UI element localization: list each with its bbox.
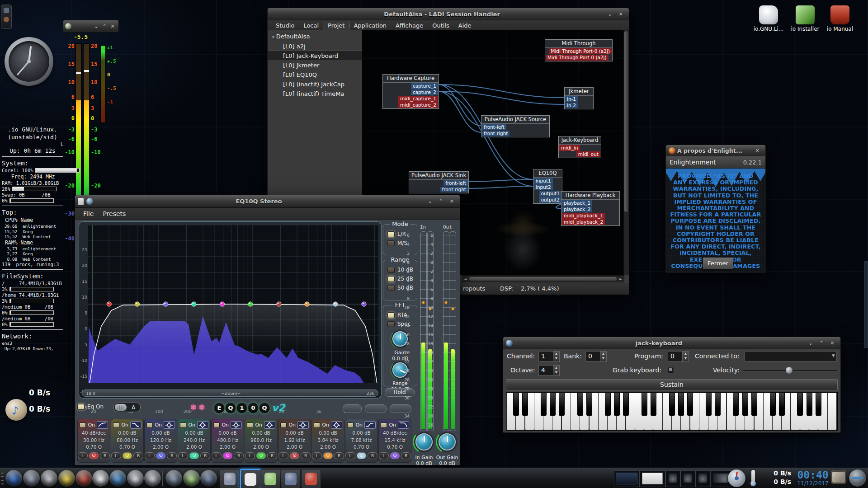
- eq10q-titlebar[interactable]: EQ10Q Stereo ⌄ ⌃ ✕: [75, 195, 460, 208]
- filter-type-ls-icon[interactable]: [130, 421, 142, 429]
- unshade-icon[interactable]: ⌃: [100, 23, 108, 29]
- piano-key-black[interactable]: [816, 393, 821, 416]
- port-audio[interactable]: front-right: [440, 187, 468, 192]
- piano-key-black[interactable]: [541, 393, 547, 416]
- band-freq[interactable]: 120.0 Hz: [145, 437, 177, 444]
- piano-key-black[interactable]: [751, 393, 757, 416]
- launcher-smiley-icon[interactable]: [144, 470, 161, 487]
- port-audio[interactable]: output2: [539, 197, 561, 203]
- menu-file[interactable]: File: [79, 209, 98, 218]
- band-q[interactable]: 2.00 Q: [178, 444, 210, 451]
- piano-key-black[interactable]: [742, 393, 748, 416]
- taskbar-clock[interactable]: 00:40: [797, 469, 829, 481]
- checkbox[interactable]: [387, 231, 395, 237]
- ladi-titlebar[interactable]: DefaultAlsa - LADI Session Handler ⌄ ✕: [268, 8, 629, 20]
- pager-desktop[interactable]: [665, 470, 680, 487]
- piano-key-black[interactable]: [586, 393, 592, 416]
- about-titlebar[interactable]: À propos d'Enlight... ✕: [666, 145, 765, 157]
- band-gain[interactable]: 40 dB/dec: [379, 430, 411, 437]
- band-right-button[interactable]: R: [301, 452, 311, 459]
- eq-band-handle[interactable]: [163, 302, 168, 306]
- meter-titlebar[interactable]: ⌄ ⌃ ✕: [63, 20, 119, 33]
- velocity-thumb[interactable]: [786, 367, 793, 374]
- eq-band-handle[interactable]: [191, 302, 196, 306]
- piano-key-black[interactable]: [779, 393, 785, 416]
- ibar-tile-jug[interactable]: [240, 469, 261, 488]
- band-stereo-button[interactable]: ⊙: [390, 452, 400, 459]
- piano-key-black[interactable]: [550, 393, 556, 416]
- octave-stepper[interactable]: ▲▼: [553, 365, 560, 376]
- mode-option[interactable]: M/S: [387, 240, 417, 246]
- shade-icon[interactable]: ⌄: [604, 11, 615, 17]
- tree-item[interactable]: [L0] a2j: [268, 42, 362, 51]
- band-gain[interactable]: 0.00 dB: [145, 430, 177, 437]
- scroll-right-icon[interactable]: ►: [618, 277, 624, 281]
- band-left-button[interactable]: L: [278, 452, 288, 459]
- launcher-media-film-icon[interactable]: [109, 470, 126, 487]
- gadget-egg-icon[interactable]: [183, 470, 200, 487]
- band-q[interactable]: 2.00 Q: [312, 444, 344, 451]
- fft-range-knob[interactable]: [392, 362, 408, 378]
- band-gain[interactable]: 0.00 dB: [212, 430, 244, 437]
- band-right-button[interactable]: R: [133, 452, 143, 459]
- grab-keyboard-checkbox[interactable]: [668, 367, 674, 373]
- band-stereo-button[interactable]: ⊙: [290, 452, 300, 459]
- launcher-tools-rocket-icon[interactable]: [75, 470, 92, 487]
- band-left-button[interactable]: L: [212, 452, 222, 459]
- eq-band-handle[interactable]: [135, 302, 139, 306]
- piano-key-black[interactable]: [807, 393, 812, 416]
- band-right-button[interactable]: R: [368, 452, 377, 459]
- ibar-tile-egg[interactable]: [260, 469, 280, 488]
- range-option[interactable]: 10 dB: [387, 267, 417, 273]
- band-freq[interactable]: 30.00 Hz: [78, 437, 110, 444]
- band-freq[interactable]: 15.4 kHz: [379, 437, 411, 444]
- tree-root[interactable]: ▾ DefaultAlsa: [268, 30, 362, 42]
- filter-type-pk-icon[interactable]: [197, 421, 208, 429]
- eq-on-checkbox[interactable]: [77, 404, 85, 410]
- band-right-button[interactable]: R: [334, 452, 344, 459]
- menu-outils[interactable]: Outils: [428, 21, 454, 30]
- band-freq[interactable]: 60.00 Hz: [111, 437, 143, 444]
- band-left-button[interactable]: L: [379, 452, 389, 459]
- menu-local[interactable]: Local: [299, 21, 323, 30]
- port-midi[interactable]: midi_out: [576, 151, 600, 157]
- piano-key-black[interactable]: [687, 393, 693, 416]
- tree-item[interactable]: [L0] Jkmeter: [268, 61, 362, 70]
- piano-key-black[interactable]: [642, 393, 647, 416]
- piano-key-black[interactable]: [605, 393, 611, 416]
- save-button[interactable]: [390, 404, 411, 413]
- band-stereo-button[interactable]: ⊙: [223, 452, 233, 459]
- band-left-button[interactable]: L: [245, 452, 255, 459]
- range-option[interactable]: 50 dB: [387, 285, 417, 291]
- band-right-button[interactable]: R: [200, 452, 210, 459]
- piano-key-black[interactable]: [522, 393, 528, 416]
- band-q[interactable]: 0.70 Q: [78, 444, 110, 451]
- menu-projet[interactable]: Projet: [323, 21, 349, 30]
- eq-on-toggle[interactable]: Eq On: [77, 404, 104, 410]
- band-q[interactable]: 0.70 Q: [379, 444, 411, 451]
- port-audio[interactable]: in-2: [565, 103, 578, 108]
- band-q[interactable]: 2.00 Q: [245, 444, 277, 451]
- hold-button[interactable]: Hold: [385, 388, 415, 397]
- patchbay-node[interactable]: Midi ThroughMidi Through Port-0 (a2j)Mid…: [545, 39, 613, 61]
- gadget-ibar-window-icon[interactable]: [200, 470, 217, 487]
- piano-key-white[interactable]: [827, 393, 837, 430]
- checkbox[interactable]: [387, 312, 395, 318]
- patchbay-node[interactable]: Hardware Capturecapture_1capture_2midi_c…: [382, 74, 439, 109]
- piano-key-black[interactable]: [669, 393, 675, 416]
- piano-key-black[interactable]: [797, 393, 803, 416]
- tree-item[interactable]: [L0] EQ10Q: [268, 70, 362, 80]
- port-midi[interactable]: midi_capture_2: [398, 102, 438, 108]
- taskbar-date[interactable]: 11/12/2017: [797, 480, 829, 487]
- band-q[interactable]: 2.00 Q: [145, 444, 177, 451]
- menu-studio[interactable]: Studio: [271, 21, 299, 30]
- band-freq[interactable]: 1.92 kHz: [278, 437, 311, 444]
- eq-band-handle[interactable]: [248, 302, 253, 306]
- piano-key-black[interactable]: [614, 393, 620, 416]
- band-left-button[interactable]: L: [178, 452, 188, 459]
- canvas-hscrollbar[interactable]: ◄ ►: [462, 275, 624, 282]
- close-icon[interactable]: ✕: [615, 11, 626, 17]
- port-midi[interactable]: midi_playback_1: [562, 213, 605, 219]
- piano-key-black[interactable]: [559, 393, 565, 416]
- port-audio[interactable]: playback_2: [562, 206, 592, 212]
